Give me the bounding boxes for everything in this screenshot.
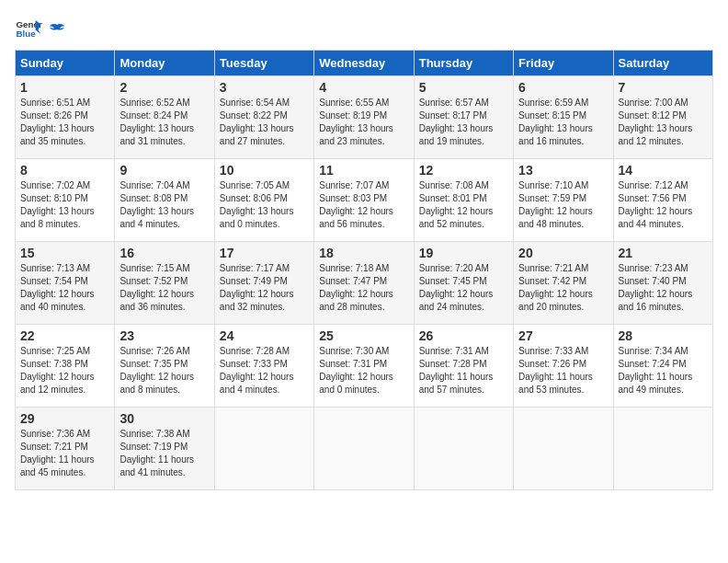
calendar-table: Sunday Monday Tuesday Wednesday Thursday… [15, 50, 713, 490]
day-detail: Sunrise: 7:00 AMSunset: 8:12 PMDaylight:… [619, 98, 693, 146]
day-cell: 11 Sunrise: 7:07 AMSunset: 8:03 PMDaylig… [314, 159, 414, 242]
day-number: 1 [20, 80, 109, 95]
day-number: 22 [20, 328, 109, 343]
day-number: 29 [20, 411, 109, 426]
day-detail: Sunrise: 6:54 AMSunset: 8:22 PMDaylight:… [220, 98, 294, 146]
day-cell: 13 Sunrise: 7:10 AMSunset: 7:59 PMDaylig… [514, 159, 613, 242]
day-cell: 4 Sunrise: 6:55 AMSunset: 8:19 PMDayligh… [314, 76, 414, 159]
day-number: 21 [619, 246, 708, 260]
day-cell: 24 Sunrise: 7:28 AMSunset: 7:33 PMDaylig… [214, 325, 313, 408]
day-number: 25 [319, 328, 408, 343]
week-row-4: 22 Sunrise: 7:25 AMSunset: 7:38 PMDaylig… [16, 325, 713, 408]
week-row-1: 1 Sunrise: 6:51 AMSunset: 8:26 PMDayligh… [16, 76, 713, 159]
header-saturday: Saturday [613, 51, 712, 76]
day-cell: 25 Sunrise: 7:30 AMSunset: 7:31 PMDaylig… [314, 325, 414, 408]
day-detail: Sunrise: 6:57 AMSunset: 8:17 PMDaylight:… [419, 98, 494, 146]
day-number: 2 [119, 80, 209, 95]
day-number: 11 [319, 163, 408, 178]
day-cell: 21 Sunrise: 7:23 AMSunset: 7:40 PMDaylig… [613, 242, 712, 325]
day-cell [514, 408, 613, 490]
day-detail: Sunrise: 7:02 AMSunset: 8:10 PMDaylight:… [20, 180, 95, 229]
day-detail: Sunrise: 7:21 AMSunset: 7:42 PMDaylight:… [518, 263, 593, 312]
day-number: 7 [619, 80, 708, 95]
day-cell: 17 Sunrise: 7:17 AMSunset: 7:49 PMDaylig… [214, 242, 313, 325]
day-number: 8 [20, 163, 109, 178]
day-number: 27 [518, 328, 608, 343]
day-number: 12 [419, 163, 508, 178]
day-number: 23 [119, 328, 209, 343]
header-sunday: Sunday [16, 51, 115, 76]
day-cell: 19 Sunrise: 7:20 AMSunset: 7:45 PMDaylig… [414, 242, 513, 325]
day-detail: Sunrise: 6:52 AMSunset: 8:24 PMDaylight:… [119, 98, 194, 146]
day-number: 28 [619, 328, 708, 343]
day-cell [414, 408, 513, 490]
day-cell: 26 Sunrise: 7:31 AMSunset: 7:28 PMDaylig… [414, 325, 513, 408]
day-detail: Sunrise: 7:07 AMSunset: 8:03 PMDaylight:… [319, 180, 393, 229]
day-number: 18 [319, 246, 408, 260]
day-cell: 9 Sunrise: 7:04 AMSunset: 8:08 PMDayligh… [115, 159, 214, 242]
day-number: 5 [419, 80, 508, 95]
header-tuesday: Tuesday [214, 51, 313, 76]
day-cell: 2 Sunrise: 6:52 AMSunset: 8:24 PMDayligh… [115, 76, 214, 159]
header-wednesday: Wednesday [314, 51, 414, 76]
day-number: 10 [220, 163, 309, 178]
week-row-5: 29 Sunrise: 7:36 AMSunset: 7:21 PMDaylig… [16, 408, 713, 490]
week-row-3: 15 Sunrise: 7:13 AMSunset: 7:54 PMDaylig… [16, 242, 713, 325]
header-monday: Monday [115, 51, 214, 76]
day-detail: Sunrise: 7:38 AMSunset: 7:19 PMDaylight:… [119, 429, 194, 477]
day-cell: 7 Sunrise: 7:00 AMSunset: 8:12 PMDayligh… [613, 76, 712, 159]
day-cell [314, 408, 414, 490]
day-cell: 3 Sunrise: 6:54 AMSunset: 8:22 PMDayligh… [214, 76, 313, 159]
day-detail: Sunrise: 7:13 AMSunset: 7:54 PMDaylight:… [20, 263, 95, 312]
day-number: 9 [119, 163, 209, 178]
calendar-header-row: Sunday Monday Tuesday Wednesday Thursday… [16, 51, 713, 76]
day-cell: 14 Sunrise: 7:12 AMSunset: 7:56 PMDaylig… [613, 159, 712, 242]
day-cell: 30 Sunrise: 7:38 AMSunset: 7:19 PMDaylig… [115, 408, 214, 490]
day-detail: Sunrise: 7:30 AMSunset: 7:31 PMDaylight:… [319, 346, 393, 395]
day-detail: Sunrise: 7:28 AMSunset: 7:33 PMDaylight:… [220, 346, 294, 395]
day-number: 24 [220, 328, 309, 343]
day-detail: Sunrise: 7:33 AMSunset: 7:26 PMDaylight:… [518, 346, 593, 395]
day-detail: Sunrise: 7:15 AMSunset: 7:52 PMDaylight:… [119, 263, 194, 312]
day-cell: 8 Sunrise: 7:02 AMSunset: 8:10 PMDayligh… [16, 159, 115, 242]
day-detail: Sunrise: 6:59 AMSunset: 8:15 PMDaylight:… [518, 98, 593, 146]
logo-bird-icon [48, 21, 66, 40]
day-number: 14 [619, 163, 708, 178]
day-number: 4 [319, 80, 408, 95]
page-header: General Blue [15, 15, 713, 42]
day-number: 20 [518, 246, 608, 260]
day-detail: Sunrise: 6:55 AMSunset: 8:19 PMDaylight:… [319, 98, 393, 146]
day-cell: 22 Sunrise: 7:25 AMSunset: 7:38 PMDaylig… [16, 325, 115, 408]
day-cell: 1 Sunrise: 6:51 AMSunset: 8:26 PMDayligh… [16, 76, 115, 159]
day-number: 15 [20, 246, 109, 260]
week-row-2: 8 Sunrise: 7:02 AMSunset: 8:10 PMDayligh… [16, 159, 713, 242]
day-detail: Sunrise: 7:05 AMSunset: 8:06 PMDaylight:… [220, 180, 294, 229]
day-cell: 28 Sunrise: 7:34 AMSunset: 7:24 PMDaylig… [613, 325, 712, 408]
day-detail: Sunrise: 7:17 AMSunset: 7:49 PMDaylight:… [220, 263, 294, 312]
day-number: 19 [419, 246, 508, 260]
svg-text:Blue: Blue [17, 29, 37, 39]
day-cell: 5 Sunrise: 6:57 AMSunset: 8:17 PMDayligh… [414, 76, 513, 159]
day-cell: 16 Sunrise: 7:15 AMSunset: 7:52 PMDaylig… [115, 242, 214, 325]
day-cell: 6 Sunrise: 6:59 AMSunset: 8:15 PMDayligh… [514, 76, 613, 159]
day-detail: Sunrise: 7:25 AMSunset: 7:38 PMDaylight:… [20, 346, 95, 395]
day-detail: Sunrise: 7:26 AMSunset: 7:35 PMDaylight:… [119, 346, 194, 395]
day-detail: Sunrise: 7:12 AMSunset: 7:56 PMDaylight:… [619, 180, 693, 229]
day-number: 16 [119, 246, 209, 260]
day-cell: 18 Sunrise: 7:18 AMSunset: 7:47 PMDaylig… [314, 242, 414, 325]
day-detail: Sunrise: 7:20 AMSunset: 7:45 PMDaylight:… [419, 263, 494, 312]
day-detail: Sunrise: 7:18 AMSunset: 7:47 PMDaylight:… [319, 263, 393, 312]
day-cell: 10 Sunrise: 7:05 AMSunset: 8:06 PMDaylig… [214, 159, 313, 242]
day-detail: Sunrise: 6:51 AMSunset: 8:26 PMDaylight:… [20, 98, 95, 146]
day-number: 13 [518, 163, 608, 178]
logo: General Blue [15, 15, 68, 42]
day-detail: Sunrise: 7:23 AMSunset: 7:40 PMDaylight:… [619, 263, 693, 312]
day-cell: 27 Sunrise: 7:33 AMSunset: 7:26 PMDaylig… [514, 325, 613, 408]
day-cell: 15 Sunrise: 7:13 AMSunset: 7:54 PMDaylig… [16, 242, 115, 325]
day-detail: Sunrise: 7:34 AMSunset: 7:24 PMDaylight:… [619, 346, 693, 395]
day-cell [613, 408, 712, 490]
day-detail: Sunrise: 7:31 AMSunset: 7:28 PMDaylight:… [419, 346, 494, 395]
day-number: 17 [220, 246, 309, 260]
day-cell: 20 Sunrise: 7:21 AMSunset: 7:42 PMDaylig… [514, 242, 613, 325]
header-friday: Friday [514, 51, 613, 76]
